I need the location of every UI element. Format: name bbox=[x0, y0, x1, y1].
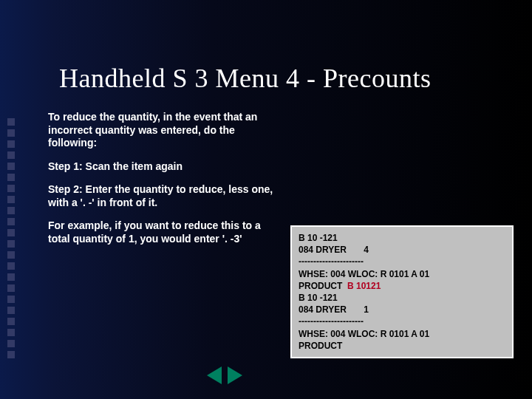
terminal-line: PRODUCT B 10121 bbox=[299, 280, 505, 292]
step-1: Step 1: Scan the item again bbox=[48, 160, 284, 174]
terminal-line: B 10 -121 bbox=[299, 292, 505, 304]
terminal-line: WHSE: 004 WLOC: R 0101 A 01 bbox=[299, 328, 505, 340]
step-2: Step 2: Enter the quantity to reduce, le… bbox=[48, 183, 284, 209]
nav-controls bbox=[207, 366, 242, 384]
terminal-line: WHSE: 004 WLOC: R 0101 A 01 bbox=[299, 268, 505, 280]
next-button[interactable] bbox=[228, 366, 242, 384]
slide-title: Handheld S 3 Menu 4 - Precounts bbox=[59, 63, 431, 94]
terminal-line: 084 DRYER 1 bbox=[299, 304, 505, 316]
intro-paragraph: To reduce the quantity, in the event tha… bbox=[48, 111, 284, 150]
product-code-highlight: B 10121 bbox=[347, 281, 381, 291]
terminal-line: 084 DRYER 4 bbox=[299, 244, 505, 256]
example-paragraph: For example, if you want to reduce this … bbox=[48, 219, 284, 245]
body-text: To reduce the quantity, in the event tha… bbox=[48, 111, 284, 256]
terminal-line: B 10 -121 bbox=[299, 232, 505, 244]
terminal-line: ---------------------- bbox=[299, 316, 505, 327]
prev-button[interactable] bbox=[207, 366, 222, 384]
decorative-squares bbox=[7, 118, 15, 358]
terminal-line: ---------------------- bbox=[299, 256, 505, 267]
terminal-line: PRODUCT bbox=[299, 340, 505, 352]
terminal-panel: B 10 -121 084 DRYER 4 ------------------… bbox=[290, 225, 514, 358]
